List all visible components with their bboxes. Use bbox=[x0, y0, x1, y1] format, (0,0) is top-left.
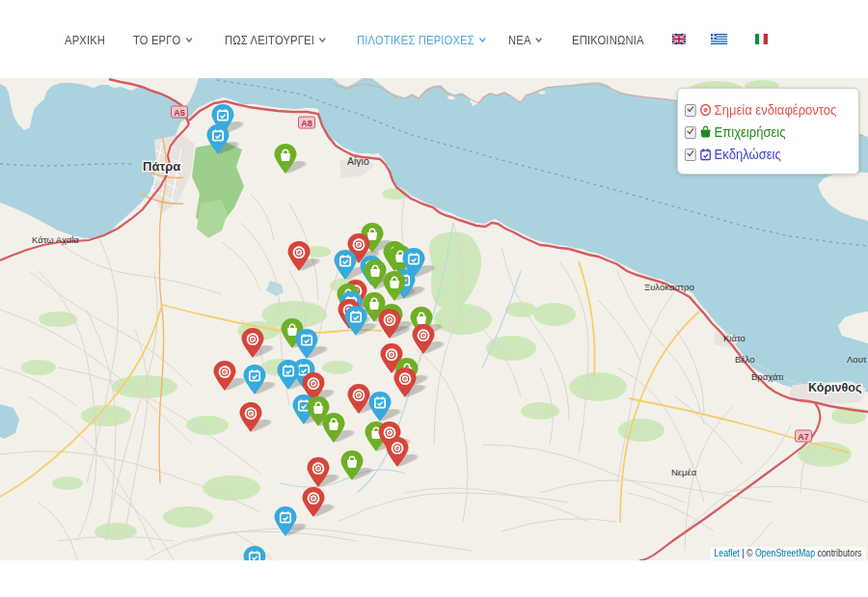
svg-text:Λουτ: Λουτ bbox=[847, 354, 867, 365]
svg-text:Βέλο: Βέλο bbox=[735, 354, 754, 365]
svg-text:A5: A5 bbox=[174, 108, 185, 118]
svg-text:Ξυλόκαστρο: Ξυλόκαστρο bbox=[644, 282, 694, 292]
svg-text:Πάτρα: Πάτρα bbox=[143, 159, 180, 174]
svg-text:A7: A7 bbox=[798, 432, 809, 442]
svg-text:Κιάτο: Κιάτο bbox=[723, 333, 746, 343]
svg-text:A8: A8 bbox=[301, 119, 312, 128]
svg-text:Κόρινθος: Κόρινθος bbox=[808, 381, 861, 394]
svg-text:Βραχάτι: Βραχάτι bbox=[751, 371, 783, 382]
svg-text:Αίγιο: Αίγιο bbox=[347, 155, 369, 167]
svg-text:Κάτω Αχαΐα: Κάτω Αχαΐα bbox=[32, 234, 79, 245]
svg-text:Νεμέα: Νεμέα bbox=[671, 467, 697, 477]
